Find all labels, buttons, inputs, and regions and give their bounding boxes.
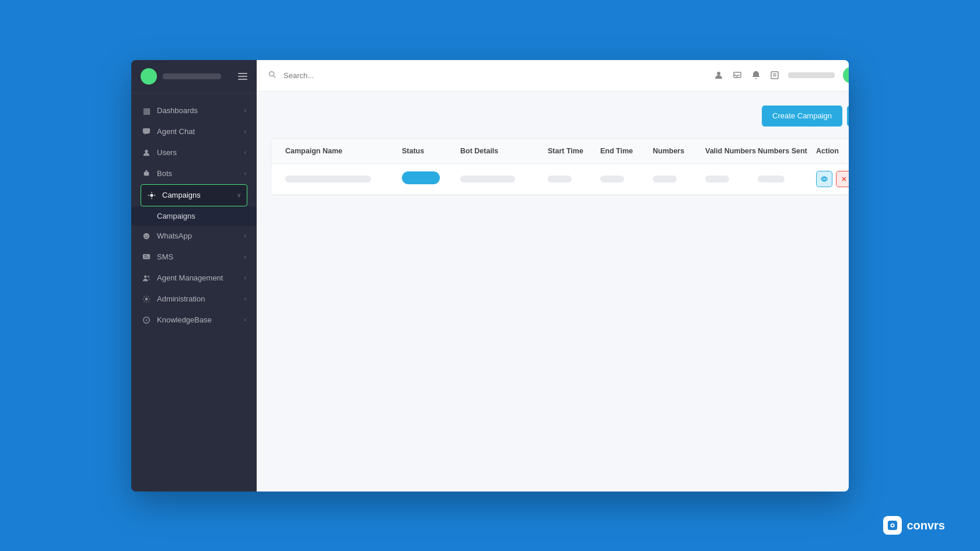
- sub-item-label: Campaigns: [157, 212, 195, 220]
- chevron-icon: ‹: [244, 275, 246, 281]
- sidebar-item-label: SMS: [157, 252, 173, 261]
- delete-button[interactable]: [836, 171, 849, 187]
- search-input[interactable]: [284, 71, 706, 80]
- search-icon: [268, 71, 276, 80]
- sidebar: ▦ Dashboards ‹ Agent Chat ‹ Users ‹: [131, 60, 257, 492]
- svg-rect-5: [145, 170, 148, 171]
- skeleton-bar: [600, 176, 624, 183]
- svg-point-13: [145, 297, 148, 300]
- cell-numbers-sent: [753, 169, 811, 189]
- sidebar-item-administration[interactable]: Administration ‹: [131, 289, 257, 310]
- svg-rect-2: [144, 171, 149, 176]
- sidebar-item-users[interactable]: Users ‹: [131, 142, 257, 163]
- svg-point-7: [144, 233, 150, 239]
- refresh-button[interactable]: [847, 106, 849, 127]
- chevron-icon: ‹: [244, 317, 246, 323]
- sidebar-item-label: Administration: [157, 294, 205, 303]
- svg-point-16: [270, 71, 274, 76]
- sidebar-item-dashboards[interactable]: ▦ Dashboards ‹: [131, 100, 257, 121]
- chevron-icon: ‹: [244, 170, 246, 177]
- cell-numbers: [648, 169, 701, 189]
- sidebar-item-bots[interactable]: Bots ‹: [131, 163, 257, 184]
- sidebar-item-label: WhatsApp: [157, 231, 192, 240]
- sidebar-item-whatsapp[interactable]: WhatsApp ‹: [131, 226, 257, 247]
- cell-status: [397, 164, 456, 193]
- user-label-bar: [788, 72, 835, 78]
- hamburger-icon[interactable]: [238, 73, 247, 80]
- logo-text-bar: [163, 73, 221, 79]
- col-numbers: Numbers: [648, 139, 701, 163]
- topbar-right: ▾: [713, 67, 849, 83]
- skeleton-bar: [653, 176, 677, 183]
- table-row: [271, 164, 849, 195]
- whatsapp-icon: [142, 231, 151, 241]
- sidebar-item-knowledgebase[interactable]: KnowledgeBase ‹: [131, 310, 257, 331]
- list-icon[interactable]: [769, 70, 780, 80]
- sidebar-item-label: Dashboards: [157, 106, 198, 115]
- chevron-icon: ‹: [244, 233, 246, 239]
- col-valid-numbers: Valid Numbers: [701, 139, 753, 163]
- svg-point-3: [145, 173, 146, 174]
- sidebar-item-sms[interactable]: SMS ‹: [131, 247, 257, 268]
- skeleton-bar: [460, 176, 515, 183]
- view-button[interactable]: [816, 171, 832, 187]
- sidebar-nav: ▦ Dashboards ‹ Agent Chat ‹ Users ‹: [131, 93, 257, 492]
- col-end-time: End Time: [596, 139, 648, 163]
- sms-icon: [142, 252, 151, 262]
- svg-point-28: [892, 524, 894, 527]
- dashboards-icon: ▦: [142, 106, 151, 115]
- svg-point-11: [144, 275, 146, 278]
- table-header: Campaign Name Status Bot Details Start T…: [271, 139, 849, 164]
- status-badge: [402, 171, 440, 184]
- svg-point-8: [145, 235, 146, 236]
- inbox-icon[interactable]: [732, 70, 743, 80]
- svg-point-15: [146, 319, 148, 321]
- svg-rect-0: [143, 128, 150, 133]
- sidebar-item-label: KnowledgeBase: [157, 315, 212, 324]
- sidebar-item-label: Users: [157, 148, 177, 157]
- agent-chat-icon: [142, 127, 151, 136]
- svg-point-4: [147, 173, 148, 174]
- cell-end-time: [596, 169, 648, 189]
- user-profile-icon[interactable]: [713, 70, 724, 80]
- users-icon: [142, 148, 151, 157]
- sidebar-item-label: Bots: [157, 169, 172, 178]
- cell-start-time: [543, 169, 596, 189]
- sidebar-item-agent-chat[interactable]: Agent Chat ‹: [131, 121, 257, 142]
- bell-icon[interactable]: [751, 70, 761, 80]
- col-numbers-sent: Numbers Sent: [753, 139, 811, 163]
- chevron-icon: ∨: [237, 192, 241, 198]
- col-status: Status: [397, 139, 456, 163]
- svg-point-1: [145, 149, 148, 152]
- brand-label: convrs: [907, 519, 945, 532]
- svg-point-18: [717, 72, 720, 75]
- svg-point-6: [150, 194, 153, 196]
- svg-rect-20: [771, 72, 778, 79]
- logo-circle: [141, 68, 157, 85]
- action-buttons: [816, 171, 849, 187]
- administration-icon: [142, 294, 151, 304]
- chevron-icon: ‹: [244, 128, 246, 135]
- user-avatar[interactable]: [843, 67, 849, 83]
- sidebar-item-agent-management[interactable]: Agent Management ‹: [131, 268, 257, 289]
- sidebar-sub-item-campaigns[interactable]: Campaigns: [131, 206, 257, 226]
- app-container: ▦ Dashboards ‹ Agent Chat ‹ Users ‹: [131, 60, 849, 492]
- bots-icon: [142, 169, 151, 178]
- campaigns-icon: [147, 191, 156, 200]
- skeleton-bar: [548, 176, 572, 183]
- col-start-time: Start Time: [543, 139, 596, 163]
- chevron-icon: ‹: [244, 254, 246, 260]
- create-campaign-button[interactable]: Create Campaign: [762, 106, 842, 127]
- campaigns-table: Campaign Name Status Bot Details Start T…: [271, 138, 849, 195]
- chevron-icon: ‹: [244, 149, 246, 156]
- chevron-icon: ‹: [244, 296, 246, 302]
- topbar: ▾: [257, 60, 849, 92]
- page-area: Create Campaign Campaign Name Status Bot…: [257, 92, 849, 492]
- sidebar-item-campaigns[interactable]: Campaigns ∨: [141, 184, 247, 206]
- svg-rect-10: [143, 254, 150, 259]
- sidebar-item-label: Campaigns: [162, 191, 201, 199]
- svg-point-23: [823, 177, 826, 180]
- skeleton-bar: [758, 176, 785, 183]
- knowledgebase-icon: [142, 315, 151, 325]
- cell-campaign-name: [281, 169, 397, 189]
